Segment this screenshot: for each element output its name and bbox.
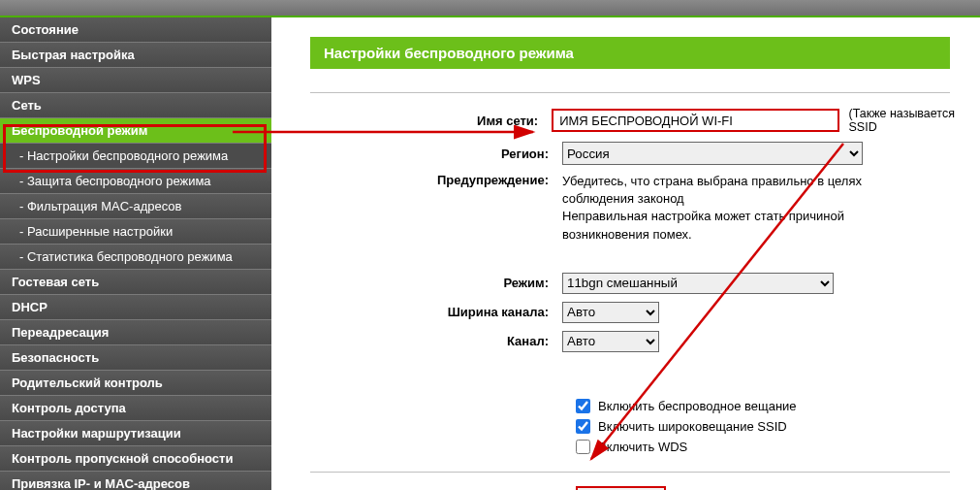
nav-wireless-settings[interactable]: - Настройки беспроводного режима xyxy=(0,144,271,169)
warning-text-2: Неправильная настройка может стать причи… xyxy=(562,208,931,243)
channel-select[interactable]: Авто xyxy=(562,331,659,352)
mode-select[interactable]: 11bgn смешанный xyxy=(562,273,834,294)
nav-parental[interactable]: Родительский контроль xyxy=(0,371,271,396)
warning-text-1: Убедитесь, что страна выбрана правильно … xyxy=(562,173,931,208)
nav-access-control[interactable]: Контроль доступа xyxy=(0,396,271,421)
label-ssid: Имя сети: xyxy=(310,114,552,128)
label-mode: Режим: xyxy=(310,276,562,290)
ssid-input[interactable] xyxy=(552,109,838,132)
nav-advanced[interactable]: - Расширенные настройки xyxy=(0,219,271,245)
nav-quick-setup[interactable]: Быстрая настройка xyxy=(0,43,271,68)
checkbox-ssid-broadcast[interactable] xyxy=(576,419,590,434)
label-region: Регион: xyxy=(310,147,562,161)
nav-forwarding[interactable]: Переадресация xyxy=(0,320,271,345)
nav-network[interactable]: Сеть xyxy=(0,93,271,118)
content-area: Настройки беспроводного режима Имя сети:… xyxy=(271,17,980,490)
nav-security[interactable]: Безопасность xyxy=(0,345,271,371)
nav-wireless-stats[interactable]: - Статистика беспроводного режима xyxy=(0,245,271,270)
save-button[interactable]: Сохранить xyxy=(576,486,666,490)
nav-wireless-security[interactable]: - Защита беспроводного режима xyxy=(0,169,271,194)
nav-routing[interactable]: Настройки маршрутизации xyxy=(0,421,271,446)
nav-mac-filter[interactable]: - Фильтрация MAC-адресов xyxy=(0,194,271,219)
nav-status[interactable]: Состояние xyxy=(0,17,271,43)
region-select[interactable]: Россия xyxy=(562,142,863,165)
nav-wireless[interactable]: Беспроводной режим xyxy=(0,118,271,144)
checkbox-wds[interactable] xyxy=(576,440,590,454)
label-channel-width: Ширина канала: xyxy=(310,305,562,319)
label-warning: Предупреждение: xyxy=(310,173,562,187)
panel-title: Настройки беспроводного режима xyxy=(310,37,950,69)
nav-guest[interactable]: Гостевая сеть xyxy=(0,270,271,295)
label-channel: Канал: xyxy=(310,334,562,348)
channel-width-select[interactable]: Авто xyxy=(562,302,659,323)
label-wireless-broadcast: Включить беспроводное вещание xyxy=(598,399,797,413)
checkbox-wireless-broadcast[interactable] xyxy=(576,399,590,413)
ssid-hint: (Также называется SSID xyxy=(849,107,981,134)
label-wds: Включить WDS xyxy=(598,440,687,454)
nav-ip-mac-bind[interactable]: Привязка IP- и MAC-адресов xyxy=(0,472,271,490)
label-ssid-broadcast: Включить широковещание SSID xyxy=(598,419,787,434)
nav-wps[interactable]: WPS xyxy=(0,68,271,93)
nav-bandwidth[interactable]: Контроль пропускной способности xyxy=(0,446,271,472)
sidebar: Состояние Быстрая настройка WPS Сеть Бес… xyxy=(0,17,271,490)
nav-dhcp[interactable]: DHCP xyxy=(0,295,271,320)
